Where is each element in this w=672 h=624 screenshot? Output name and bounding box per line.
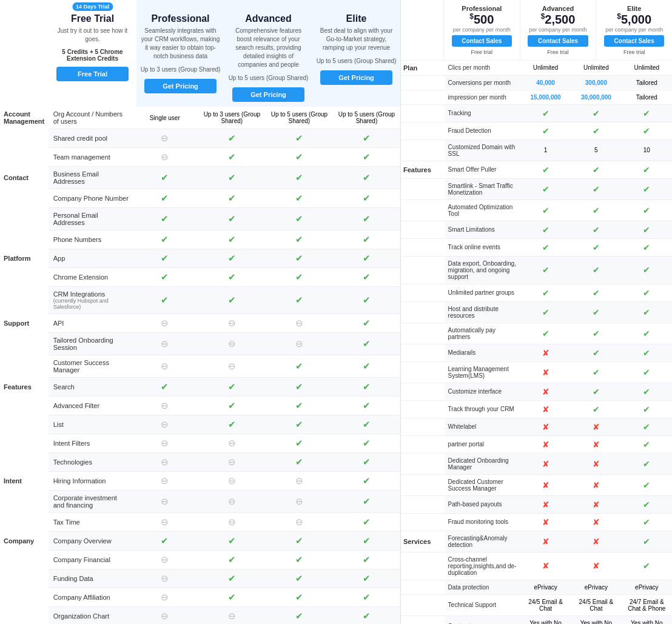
- right-feat-val: Tailored: [622, 75, 672, 90]
- right-feat-val: ✔: [622, 435, 672, 453]
- right-feat-val: ✘: [571, 552, 621, 580]
- feat-val: ⊖: [198, 607, 266, 625]
- right-pro-name: Professional: [446, 5, 517, 12]
- right-feat-name: Smartlink - Smart Traffic Monetization: [445, 178, 520, 200]
- feat-val: ✔: [198, 167, 266, 189]
- right-feat-val: ✘: [520, 435, 571, 453]
- feat-val: Single user: [132, 107, 198, 129]
- professional-users: Up to 3 users (Group Shared): [140, 65, 221, 74]
- feat-name: Tailored Onboarding Session: [49, 333, 132, 355]
- right-feat-val: ✔: [571, 344, 621, 361]
- right-feat-val: ✘: [571, 418, 621, 435]
- right-feat-val: ✔: [520, 301, 571, 323]
- feat-val: ✔: [333, 167, 400, 189]
- right-feat-val: ✔: [622, 104, 672, 122]
- right-section-1: [401, 400, 445, 418]
- feat-val: Up to 3 users (Group Shared): [198, 107, 266, 129]
- feat-name: Intent Filters: [49, 434, 132, 453]
- right-feat-val: ✔: [622, 474, 672, 495]
- right-feat-val: ✔: [622, 200, 672, 221]
- feat-val: ⊖: [132, 397, 198, 415]
- section-label-2: [0, 268, 49, 287]
- right-feat-val: ✘: [571, 435, 621, 453]
- feat-val: ⊖: [198, 434, 266, 453]
- right-feat-val: ✔: [520, 323, 571, 344]
- feat-val: ✔: [266, 148, 333, 167]
- elite-cta[interactable]: Get Pricing: [320, 70, 393, 85]
- free-trial-cta[interactable]: Free Trial: [56, 67, 129, 81]
- feat-val: ✔: [266, 607, 333, 625]
- section-label-1: [0, 208, 49, 230]
- feat-val: ✔: [132, 230, 198, 249]
- right-feat-val: ✔: [622, 161, 672, 178]
- feat-val: ✔: [333, 314, 400, 333]
- section-label-6: [0, 607, 49, 625]
- right-feat-name: Path-based payouts: [445, 495, 520, 513]
- feat-val: ✔: [198, 230, 266, 249]
- professional-desc: Seamlessly integrates with your CRM work…: [140, 27, 221, 61]
- right-feat-val: 30,000,000: [571, 90, 621, 104]
- right-feat-name: Track online events: [445, 238, 520, 256]
- feat-val: ✔: [198, 551, 266, 569]
- feat-name: Search: [49, 378, 132, 397]
- right-feat-name: Dedicated Customer Success Manager: [445, 474, 520, 495]
- right-feat-val: ✔: [571, 200, 621, 221]
- feat-val: ⊖: [266, 333, 333, 355]
- right-feat-val: ✔: [571, 122, 621, 139]
- section-label-0: [0, 148, 49, 167]
- advanced-cta[interactable]: Get Pricing: [232, 87, 305, 102]
- right-feat-val: ✔: [520, 161, 571, 178]
- right-feat-val: ✔: [622, 513, 672, 531]
- feat-val: ⊖: [198, 355, 266, 378]
- feat-val: ✔: [333, 491, 400, 513]
- right-feat-val: 24/5 Email & Chat: [571, 594, 621, 616]
- feat-val: ✔: [198, 287, 266, 314]
- feat-val: ⊖: [132, 314, 198, 333]
- right-feat-val: ✔: [571, 256, 621, 284]
- right-adv-free: Free trial: [523, 49, 594, 55]
- feat-val: ✔: [333, 513, 400, 532]
- section-label-6: [0, 569, 49, 588]
- feat-val: ✔: [266, 249, 333, 268]
- right-elite-cta[interactable]: Contact Sales: [604, 35, 664, 47]
- corner-spacer: [0, 0, 49, 107]
- right-feat-name: Clics per month: [445, 61, 520, 76]
- feat-val: ✔: [333, 268, 400, 287]
- feat-val: ⊖: [132, 355, 198, 378]
- feat-val: ✔: [266, 167, 333, 189]
- feat-name: CRM Integrations(currently Hubspot and S…: [49, 287, 132, 314]
- right-feat-val: ✔: [622, 301, 672, 323]
- feat-val: ✔: [333, 532, 400, 551]
- right-feat-val: ✘: [571, 453, 621, 474]
- right-section-1: Features: [401, 161, 445, 178]
- right-adv-cta[interactable]: Contact Sales: [528, 35, 588, 47]
- feat-val: ✔: [333, 397, 400, 415]
- professional-cta[interactable]: Get Pricing: [144, 79, 217, 93]
- feat-name: Business Email Addresses: [49, 167, 132, 189]
- right-pro-cta[interactable]: Contact Sales: [452, 35, 512, 47]
- feat-val: ✔: [132, 378, 198, 397]
- feat-val: ✔: [333, 569, 400, 588]
- feat-val: ⊖: [132, 453, 198, 472]
- feat-val: ⊖: [198, 314, 266, 333]
- section-label-5: [0, 513, 49, 532]
- section-label-3: [0, 333, 49, 355]
- right-feat-val: Unlimited: [571, 61, 621, 76]
- section-label-4: [0, 453, 49, 472]
- right-feat-val: Yes with No Minimum Term: [622, 616, 672, 624]
- feat-val: ✔: [198, 208, 266, 230]
- feat-val: ⊖: [132, 472, 198, 491]
- feat-name: Hiring Information: [49, 472, 132, 491]
- right-feat-val: ✔: [622, 531, 672, 552]
- feat-val: ✔: [333, 129, 400, 148]
- feat-val: ⊖: [266, 314, 333, 333]
- feat-val: ✔: [266, 355, 333, 378]
- right-section-0: Plan: [401, 61, 445, 76]
- feat-val: ✔: [333, 415, 400, 434]
- feat-val: ⊖: [132, 513, 198, 532]
- feat-val: ✔: [132, 249, 198, 268]
- feat-val: ✔: [266, 397, 333, 415]
- right-pro-free: Free trial: [446, 49, 517, 55]
- feat-val: ✔: [266, 129, 333, 148]
- right-feat-val: Unlimited: [622, 61, 672, 76]
